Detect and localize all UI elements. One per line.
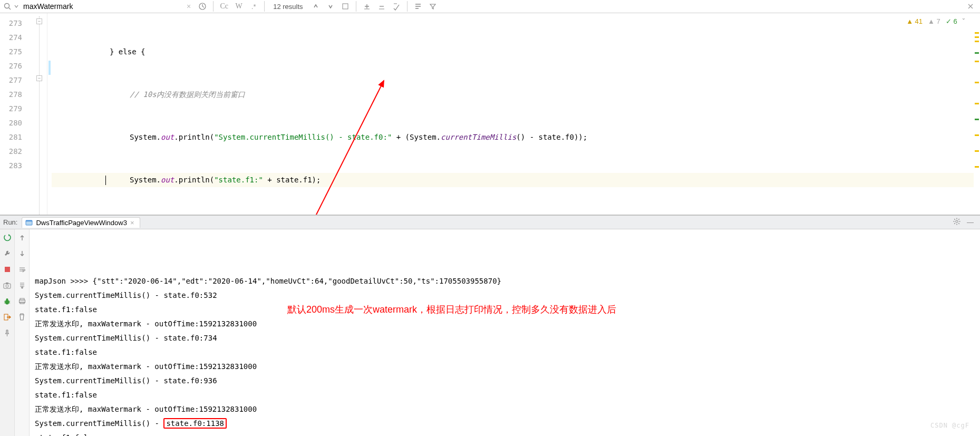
gear-icon[interactable] — [950, 218, 964, 227]
change-marker-gutter — [47, 13, 52, 215]
line-number: 281 — [0, 130, 22, 144]
svg-rect-18 — [4, 284, 11, 288]
console-line: 正常发送水印, maxWatermark - outOfTime:1592132… — [35, 402, 975, 416]
close-find-icon[interactable] — [964, 0, 977, 13]
run-header: Run: DwsTrafficPageViewWindow3 × — — [0, 216, 980, 229]
rerun-icon[interactable] — [2, 232, 13, 243]
close-tab-icon[interactable]: × — [130, 219, 134, 227]
camera-icon[interactable] — [2, 280, 13, 290]
csdn-watermark: CSDN @cgF — [930, 419, 969, 433]
svg-line-25 — [4, 303, 5, 303]
filter-icon[interactable] — [426, 0, 439, 13]
svg-point-0 — [5, 4, 9, 8]
weak-warning-icon[interactable]: ▲ 7 — [928, 17, 940, 25]
fold-gutter[interactable]: − − — [32, 13, 47, 215]
match-case-icon[interactable]: Cc — [218, 0, 230, 13]
svg-line-26 — [9, 303, 10, 303]
console-line: 正常发送水印, maxWatermark - outOfTime:1592132… — [35, 360, 975, 374]
clear-icon[interactable]: × — [183, 2, 194, 11]
svg-line-15 — [954, 223, 955, 224]
prev-occurrence-icon[interactable] — [309, 0, 322, 13]
run-label: Run: — [3, 218, 22, 226]
svg-line-14 — [958, 223, 959, 224]
more-inspections-icon[interactable]: ˇ — [963, 17, 965, 25]
wrench-icon[interactable] — [2, 248, 13, 259]
print-icon[interactable] — [17, 296, 27, 306]
run-toolbar-secondary — [15, 229, 30, 436]
code-comment: // 10s内没有数据则关闭当前窗口 — [130, 90, 245, 99]
typo-icon[interactable]: ✓ 6 — [946, 17, 957, 25]
select-all-icon[interactable] — [339, 0, 352, 13]
find-results-count: 12 results — [269, 3, 307, 11]
add-selection-icon[interactable] — [361, 0, 373, 13]
svg-line-23 — [4, 301, 5, 302]
console-line: state.f1:false — [35, 388, 975, 402]
history-icon[interactable] — [196, 0, 209, 13]
line-number: 282 — [0, 144, 22, 159]
search-icon — [3, 2, 12, 11]
inspection-summary[interactable]: ▲ 41 ▲ 7 ✓ 6 ˇ — [906, 17, 965, 25]
toggle-find-in-selection-icon[interactable] — [412, 0, 424, 13]
select-all-occurrences-icon[interactable] — [390, 0, 403, 13]
run-config-icon — [25, 219, 33, 226]
soft-wrap-icon[interactable] — [17, 264, 27, 275]
svg-line-24 — [9, 301, 10, 302]
svg-rect-3 — [343, 4, 348, 9]
stop-icon[interactable] — [2, 264, 13, 275]
pin-icon[interactable] — [2, 327, 13, 338]
line-number: 277 — [0, 73, 22, 88]
line-number: 274 — [0, 31, 22, 45]
svg-line-16 — [958, 219, 959, 219]
run-toolbar-primary — [0, 229, 15, 436]
console-line: state.f1:false — [35, 431, 975, 436]
console-line: mapJson >>>> {"stt":"2020-06-14","edt":"… — [35, 274, 975, 288]
remove-selection-icon[interactable] — [375, 0, 388, 13]
exit-icon[interactable] — [2, 312, 13, 322]
line-number: 273 — [0, 16, 22, 31]
svg-point-22 — [6, 298, 8, 301]
down-icon[interactable] — [17, 248, 27, 259]
scroll-to-end-icon[interactable] — [17, 280, 27, 290]
svg-rect-17 — [5, 267, 10, 272]
run-tab-label: DwsTrafficPageViewWindow3 — [36, 219, 127, 227]
bug-icon[interactable] — [2, 296, 13, 306]
editor[interactable]: 273274275276277278279280281282283 − − } … — [0, 13, 980, 215]
svg-rect-7 — [26, 220, 32, 221]
line-number: 275 — [0, 45, 22, 59]
delete-icon[interactable] — [17, 312, 27, 322]
line-number: 276 — [0, 59, 22, 73]
console-line: System.currentTimeMillis() - state.f0:93… — [35, 374, 975, 388]
find-bar: × Cc W .* 12 results — [0, 0, 980, 13]
console-line: state.f1:false — [35, 303, 975, 317]
console-line: state.f1:false — [35, 345, 975, 360]
console-line: 正常发送水印, maxWatermark - outOfTime:1592132… — [35, 317, 975, 331]
console-line: System.currentTimeMillis() - state.f0:53… — [35, 288, 975, 303]
next-occurrence-icon[interactable] — [324, 0, 337, 13]
chevron-down-icon[interactable] — [14, 2, 19, 11]
svg-line-1 — [9, 8, 11, 10]
up-icon[interactable] — [17, 232, 27, 243]
line-number: 280 — [0, 116, 22, 130]
console-output[interactable]: mapJson >>>> {"stt":"2020-06-14","edt":"… — [30, 229, 980, 436]
run-tab[interactable]: DwsTrafficPageViewWindow3 × — [22, 217, 140, 228]
error-stripe[interactable] — [974, 29, 980, 215]
find-input[interactable] — [21, 1, 174, 12]
code-token: } else { — [110, 47, 145, 56]
words-icon[interactable]: W — [232, 0, 245, 13]
line-number: 279 — [0, 102, 22, 116]
svg-rect-20 — [6, 283, 8, 284]
console-line: System.currentTimeMillis() - state.f0:73… — [35, 331, 975, 345]
line-number: 278 — [0, 88, 22, 102]
regex-icon[interactable]: .* — [247, 0, 260, 13]
svg-line-13 — [954, 219, 955, 219]
line-number-gutter: 273274275276277278279280281282283 — [0, 13, 32, 215]
code-area[interactable]: } else { // 10s内没有数据则关闭当前窗口 System.out.p… — [52, 13, 980, 215]
svg-point-19 — [6, 285, 8, 287]
svg-point-8 — [956, 220, 958, 222]
console-line: System.currentTimeMillis() - state.f0:11… — [35, 416, 975, 431]
warning-icon[interactable]: ▲ 41 — [906, 17, 923, 25]
line-number: 283 — [0, 159, 22, 173]
run-tool-window: Run: DwsTrafficPageViewWindow3 × — — [0, 215, 980, 436]
minimize-icon[interactable]: — — [964, 218, 977, 226]
